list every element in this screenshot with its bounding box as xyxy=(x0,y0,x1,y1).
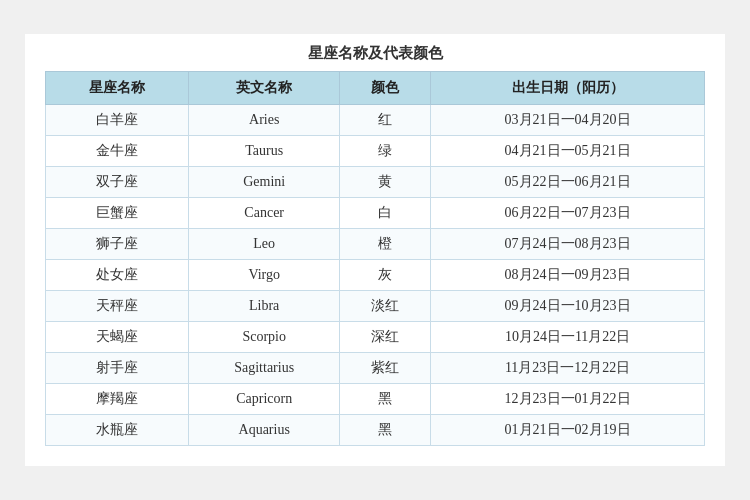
cell-chinese: 处女座 xyxy=(46,260,189,291)
cell-color: 黄 xyxy=(340,167,431,198)
cell-color: 白 xyxy=(340,198,431,229)
cell-english: Gemini xyxy=(189,167,340,198)
cell-color: 橙 xyxy=(340,229,431,260)
cell-color: 紫红 xyxy=(340,353,431,384)
table-row: 摩羯座Capricorn黑12月23日一01月22日 xyxy=(46,384,705,415)
cell-chinese: 金牛座 xyxy=(46,136,189,167)
col-header-date: 出生日期（阳历） xyxy=(431,72,705,105)
cell-english: Virgo xyxy=(189,260,340,291)
cell-color: 黑 xyxy=(340,384,431,415)
table-row: 天秤座Libra淡红09月24日一10月23日 xyxy=(46,291,705,322)
cell-chinese: 摩羯座 xyxy=(46,384,189,415)
cell-date: 01月21日一02月19日 xyxy=(431,415,705,446)
col-header-chinese: 星座名称 xyxy=(46,72,189,105)
cell-chinese: 狮子座 xyxy=(46,229,189,260)
cell-date: 04月21日一05月21日 xyxy=(431,136,705,167)
cell-english: Capricorn xyxy=(189,384,340,415)
cell-date: 05月22日一06月21日 xyxy=(431,167,705,198)
table-row: 处女座Virgo灰08月24日一09月23日 xyxy=(46,260,705,291)
col-header-color: 颜色 xyxy=(340,72,431,105)
table-row: 双子座Gemini黄05月22日一06月21日 xyxy=(46,167,705,198)
cell-color: 绿 xyxy=(340,136,431,167)
zodiac-table: 星座名称 英文名称 颜色 出生日期（阳历） 白羊座Aries红03月21日一04… xyxy=(45,71,705,446)
cell-date: 10月24日一11月22日 xyxy=(431,322,705,353)
cell-chinese: 双子座 xyxy=(46,167,189,198)
cell-color: 淡红 xyxy=(340,291,431,322)
cell-chinese: 巨蟹座 xyxy=(46,198,189,229)
cell-chinese: 白羊座 xyxy=(46,105,189,136)
table-row: 巨蟹座Cancer白06月22日一07月23日 xyxy=(46,198,705,229)
cell-english: Taurus xyxy=(189,136,340,167)
cell-date: 12月23日一01月22日 xyxy=(431,384,705,415)
table-row: 天蝎座Scorpio深红10月24日一11月22日 xyxy=(46,322,705,353)
table-row: 狮子座Leo橙07月24日一08月23日 xyxy=(46,229,705,260)
page-title: 星座名称及代表颜色 xyxy=(45,44,705,63)
cell-english: Aquarius xyxy=(189,415,340,446)
cell-english: Scorpio xyxy=(189,322,340,353)
cell-date: 07月24日一08月23日 xyxy=(431,229,705,260)
cell-chinese: 射手座 xyxy=(46,353,189,384)
cell-date: 06月22日一07月23日 xyxy=(431,198,705,229)
cell-english: Libra xyxy=(189,291,340,322)
col-header-english: 英文名称 xyxy=(189,72,340,105)
cell-color: 红 xyxy=(340,105,431,136)
cell-chinese: 天蝎座 xyxy=(46,322,189,353)
cell-english: Sagittarius xyxy=(189,353,340,384)
cell-date: 11月23日一12月22日 xyxy=(431,353,705,384)
cell-date: 09月24日一10月23日 xyxy=(431,291,705,322)
cell-color: 黑 xyxy=(340,415,431,446)
cell-date: 03月21日一04月20日 xyxy=(431,105,705,136)
table-row: 水瓶座Aquarius黑01月21日一02月19日 xyxy=(46,415,705,446)
cell-english: Leo xyxy=(189,229,340,260)
cell-color: 深红 xyxy=(340,322,431,353)
table-row: 金牛座Taurus绿04月21日一05月21日 xyxy=(46,136,705,167)
cell-chinese: 水瓶座 xyxy=(46,415,189,446)
cell-english: Cancer xyxy=(189,198,340,229)
table-row: 射手座Sagittarius紫红11月23日一12月22日 xyxy=(46,353,705,384)
table-row: 白羊座Aries红03月21日一04月20日 xyxy=(46,105,705,136)
cell-date: 08月24日一09月23日 xyxy=(431,260,705,291)
table-header-row: 星座名称 英文名称 颜色 出生日期（阳历） xyxy=(46,72,705,105)
main-container: 星座名称及代表颜色 星座名称 英文名称 颜色 出生日期（阳历） 白羊座Aries… xyxy=(25,34,725,466)
cell-chinese: 天秤座 xyxy=(46,291,189,322)
cell-color: 灰 xyxy=(340,260,431,291)
cell-english: Aries xyxy=(189,105,340,136)
